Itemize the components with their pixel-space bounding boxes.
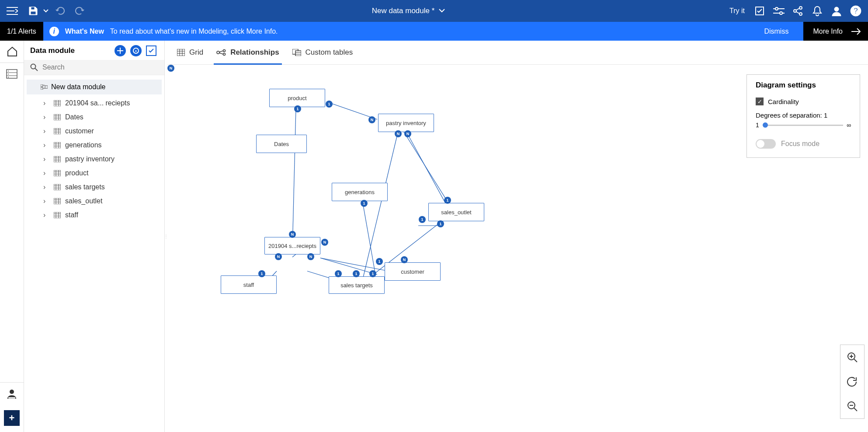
- svg-rect-69: [177, 49, 185, 56]
- tab-label: Grid: [189, 48, 203, 57]
- tree-item[interactable]: ›Dates: [24, 110, 164, 124]
- svg-point-4: [780, 12, 782, 14]
- nav-rail: +: [0, 41, 24, 432]
- save-icon[interactable]: [24, 2, 42, 20]
- tree-root[interactable]: New data module: [27, 80, 162, 94]
- alert-heading: What's New: [65, 28, 104, 35]
- svg-point-74: [217, 51, 219, 54]
- tree-item[interactable]: ›pastry inventory: [24, 152, 164, 166]
- alert-bar: 1/1 Alerts i What's New To read about wh…: [0, 22, 868, 41]
- node-sales-targets[interactable]: sales targets: [329, 276, 385, 294]
- node-staff[interactable]: staff: [221, 275, 277, 294]
- node-product[interactable]: product: [269, 89, 325, 107]
- node-customer[interactable]: customer: [385, 262, 441, 281]
- alert-count: 1/1 Alerts: [0, 22, 43, 41]
- dismiss-button[interactable]: Dismiss: [755, 28, 797, 35]
- svg-rect-24: [54, 100, 61, 106]
- table-icon: [54, 170, 61, 176]
- help-icon[interactable]: ?: [847, 2, 865, 20]
- svg-point-5: [799, 7, 802, 9]
- tree-item-label: customer: [65, 127, 94, 135]
- focus-mode-toggle[interactable]: [756, 139, 776, 149]
- settings-sliders-icon[interactable]: [770, 2, 788, 20]
- tree-item[interactable]: ›customer: [24, 124, 164, 138]
- rail-user-settings-icon[interactable]: [0, 382, 24, 404]
- zoom-out-button[interactable]: [840, 394, 864, 418]
- discover-button[interactable]: [130, 45, 142, 56]
- svg-point-75: [223, 50, 226, 52]
- node-label: Dates: [274, 141, 289, 147]
- user-icon[interactable]: [828, 2, 845, 20]
- svg-point-76: [223, 53, 226, 56]
- panel-title: Data module: [30, 46, 110, 55]
- share-icon[interactable]: [789, 2, 807, 20]
- svg-line-84: [363, 131, 398, 277]
- zoom-controls: [840, 345, 865, 419]
- svg-point-3: [775, 7, 778, 10]
- data-module-panel: Data module New data module ›201904 sa..…: [24, 41, 165, 432]
- node-pastry-inventory[interactable]: pastry inventory: [378, 114, 434, 132]
- svg-point-15: [8, 74, 9, 75]
- svg-point-17: [10, 390, 14, 394]
- search-box[interactable]: [24, 60, 164, 75]
- cardinality-n: N: [289, 231, 296, 238]
- tab-custom-tables[interactable]: Custom tables: [292, 41, 353, 64]
- tree-item[interactable]: ›staff: [24, 208, 164, 222]
- node-dates[interactable]: Dates: [256, 135, 307, 153]
- svg-rect-23: [45, 86, 48, 88]
- tab-relationships[interactable]: Relationships: [216, 41, 279, 64]
- table-icon: [54, 212, 61, 218]
- grid-icon: [177, 49, 185, 56]
- svg-rect-21: [41, 84, 43, 87]
- tab-grid[interactable]: Grid: [177, 41, 203, 64]
- tree-item[interactable]: ›generations: [24, 138, 164, 152]
- menu-icon[interactable]: [3, 2, 21, 20]
- slider-max: ∞: [847, 122, 851, 129]
- tree-item[interactable]: ›product: [24, 166, 164, 180]
- rail-home-icon[interactable]: [0, 41, 24, 63]
- validate-icon[interactable]: [751, 2, 768, 20]
- cardinality-1: 1: [353, 270, 360, 277]
- tree-item[interactable]: ›201904 sa... reciepts: [24, 96, 164, 110]
- table-icon: [54, 128, 61, 134]
- svg-rect-1: [31, 11, 36, 14]
- save-menu-chevron-icon[interactable]: [42, 2, 50, 20]
- svg-line-95: [854, 359, 857, 362]
- zoom-reset-button[interactable]: [840, 369, 864, 394]
- relationship-canvas[interactable]: product 1 1 pastry inventory N N N Dates…: [167, 65, 868, 432]
- document-title: New data module *: [372, 7, 435, 15]
- node-generations[interactable]: generations: [332, 183, 388, 201]
- rail-sources-icon[interactable]: [0, 63, 24, 85]
- node-receipts[interactable]: 201904 s...reciepts: [264, 237, 320, 254]
- cardinality-n: N: [275, 253, 282, 260]
- add-source-button[interactable]: [115, 45, 126, 56]
- svg-text:?: ?: [854, 7, 858, 15]
- node-label: sales targets: [340, 282, 373, 289]
- title-chevron-icon[interactable]: [439, 9, 445, 13]
- svg-point-14: [8, 71, 9, 72]
- node-label: pastry inventory: [386, 120, 426, 126]
- svg-point-16: [8, 77, 9, 78]
- zoom-in-button[interactable]: [840, 345, 864, 369]
- undo-icon[interactable]: [52, 2, 69, 20]
- search-input[interactable]: [42, 63, 158, 71]
- more-info-button[interactable]: More Info: [803, 22, 868, 41]
- svg-point-8: [834, 7, 839, 11]
- svg-line-87: [320, 258, 377, 275]
- tree-item-label: pastry inventory: [65, 155, 115, 163]
- svg-rect-59: [54, 198, 61, 204]
- cardinality-1: 1: [419, 216, 426, 223]
- cardinality-checkbox[interactable]: ✓: [756, 98, 764, 105]
- rail-add-button[interactable]: +: [4, 410, 20, 426]
- svg-rect-54: [54, 184, 61, 190]
- notifications-icon[interactable]: [809, 2, 826, 20]
- degrees-slider[interactable]: [763, 125, 843, 126]
- try-it-button[interactable]: Try it: [725, 7, 749, 15]
- tree-root-label: New data module: [51, 83, 106, 91]
- node-sales-outlet[interactable]: sales_outlet: [428, 203, 484, 221]
- tree-item[interactable]: ›sales targets: [24, 180, 164, 194]
- tree-item[interactable]: ›sales_outlet: [24, 194, 164, 208]
- redo-icon[interactable]: [71, 2, 88, 20]
- svg-rect-34: [54, 128, 61, 134]
- validate-panel-button[interactable]: [146, 45, 156, 56]
